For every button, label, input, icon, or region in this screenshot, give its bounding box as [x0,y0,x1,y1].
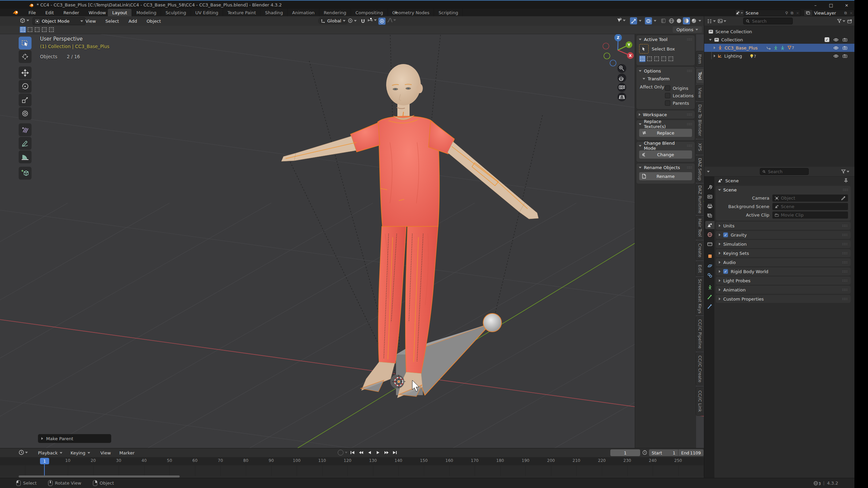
outliner-row-collection[interactable]: Collection ✓ [704,36,855,44]
tab-constraints[interactable] [705,271,714,279]
workspace-tab[interactable]: Modeling [132,9,161,16]
shading-solid-button[interactable] [675,17,683,24]
jump-to-start-button[interactable] [349,449,356,456]
select-mode-subtract[interactable] [34,26,40,33]
transform-tool[interactable] [19,107,32,120]
snap-target-button[interactable] [368,18,377,23]
eye-icon[interactable] [833,38,839,42]
tab-viewlayer[interactable] [705,211,714,220]
new-collection-button[interactable] [847,19,852,23]
expand-icon[interactable] [714,46,715,49]
play-reverse-button[interactable] [366,449,373,456]
sidebar-tab[interactable]: CC/iC Link [696,387,704,416]
workspace-tab[interactable]: UV Editing [191,9,223,16]
jump-to-end-button[interactable] [391,449,398,456]
editor-type-chevron-icon[interactable] [707,171,710,172]
properties-panel-collapsed[interactable]: Simulation [716,240,851,248]
origins-checkbox[interactable] [665,85,670,91]
chevron-down-icon[interactable] [654,20,656,22]
workspace-tab[interactable]: Rendering [319,9,351,16]
marker-menu[interactable]: Marker [119,448,135,457]
exclude-checkbox[interactable]: ✓ [825,37,829,42]
view-menu[interactable]: View [100,448,111,457]
parents-checkbox[interactable] [665,100,670,106]
viewport-menu-item[interactable]: Add [129,19,137,24]
active-clip-field[interactable]: Movie Clip [772,211,848,219]
measure-tool[interactable] [19,150,32,163]
options-dropdown[interactable]: Options [673,26,702,33]
next-keyframe-button[interactable] [383,449,390,456]
editor-type-button[interactable] [19,450,28,455]
rotate-tool[interactable] [19,80,32,93]
chevron-down-icon[interactable] [698,20,701,22]
display-mode-button[interactable] [718,19,726,23]
playhead-line[interactable] [44,463,45,476]
sidebar-tab[interactable]: Hair Tool [696,216,704,240]
filter-button[interactable] [841,169,849,174]
timeline-ruler[interactable]: 1020304050607080901001101201301401501601… [0,457,704,465]
tab-world[interactable] [705,230,714,239]
sidebar-tab[interactable]: Create [696,241,704,260]
viewport-menu-item[interactable]: View [85,19,96,24]
workspace-tab[interactable]: Compositing [351,9,388,16]
tab-tool[interactable] [705,183,714,191]
notification-icon[interactable]: 3 [813,481,821,486]
outliner-row-scene-collection[interactable]: Scene Collection [704,27,855,36]
eyedropper-icon[interactable] [841,196,846,200]
sidebar-tab[interactable]: Screencast Keys [696,277,704,315]
playback-menu[interactable]: Playback [38,448,62,457]
keying-menu[interactable]: Keying [71,448,90,457]
pin-icon[interactable] [844,178,848,183]
properties-panel-collapsed[interactable]: Rigid Body World [716,267,851,276]
camera-icon[interactable] [843,46,847,50]
pivot-point-button[interactable] [347,18,357,24]
start-frame-field[interactable]: Start1 [649,449,678,456]
sidebar-tab[interactable]: DAZ Setup [696,156,704,183]
topbar-menu-item[interactable]: Edit [41,9,58,16]
shading-rendered-button[interactable] [690,17,697,24]
show-object-types-button[interactable] [616,18,626,23]
tab-object[interactable] [705,252,714,260]
scale-tool[interactable] [19,94,32,106]
unlink-icon[interactable]: × [795,11,801,15]
workspace-tab[interactable]: Texture Paint [223,9,261,16]
clock-icon[interactable] [642,450,647,455]
mode-selector[interactable]: Object Mode [33,17,85,25]
topbar-menu-item[interactable]: Render [59,9,83,16]
prev-keyframe-button[interactable] [357,449,364,456]
duplicate-icon[interactable]: ⧉ [843,11,848,15]
tab-physics[interactable] [705,262,714,270]
expand-icon[interactable] [714,55,715,57]
select-mode-extend[interactable] [27,26,33,33]
select-mode-new[interactable] [20,26,26,33]
playhead-badge[interactable]: 1 [40,458,49,464]
sidebar-tab[interactable]: XPS [696,140,704,155]
scene-selector[interactable]: Scene ⚲ ⧉ × [735,9,801,16]
panel-checkbox[interactable] [723,232,728,237]
sphere-handle[interactable] [483,313,501,332]
properties-panel-collapsed[interactable]: Gravity [716,231,851,239]
add-cube-tool[interactable] [19,167,32,180]
rename-button[interactable]: Rename [639,172,692,180]
outliner-row-lighting[interactable]: Lighting 7 [704,52,855,60]
gizmos-toggle[interactable] [630,17,637,24]
sidebar-tab[interactable]: View [696,85,704,101]
xray-toggle[interactable] [660,17,667,24]
outliner-row-object-selected[interactable]: CC3_Base_Plus 7 [704,44,855,52]
sidebar-tab[interactable]: CC/iC Pipeline [696,316,704,351]
add-workspace-button[interactable]: + [394,9,398,15]
filter-button[interactable] [837,19,845,23]
duplicate-icon[interactable]: ⧉ [789,11,795,15]
viewport-nav-buttons[interactable] [617,64,626,101]
tab-collection[interactable] [705,240,714,248]
tab-bone[interactable] [705,293,714,301]
select-mode-invert[interactable] [660,56,667,62]
select-box-tool-icon[interactable] [639,44,649,54]
editor-type-button[interactable] [707,19,716,23]
select-mode-new[interactable] [639,56,646,62]
end-frame-field[interactable]: End1109 [678,449,704,456]
sidebar-tab[interactable]: Daz To Blender [696,102,704,139]
tab-bone-constraints[interactable] [705,302,714,310]
character-model[interactable] [281,64,538,398]
annotate-tool[interactable] [19,137,32,150]
